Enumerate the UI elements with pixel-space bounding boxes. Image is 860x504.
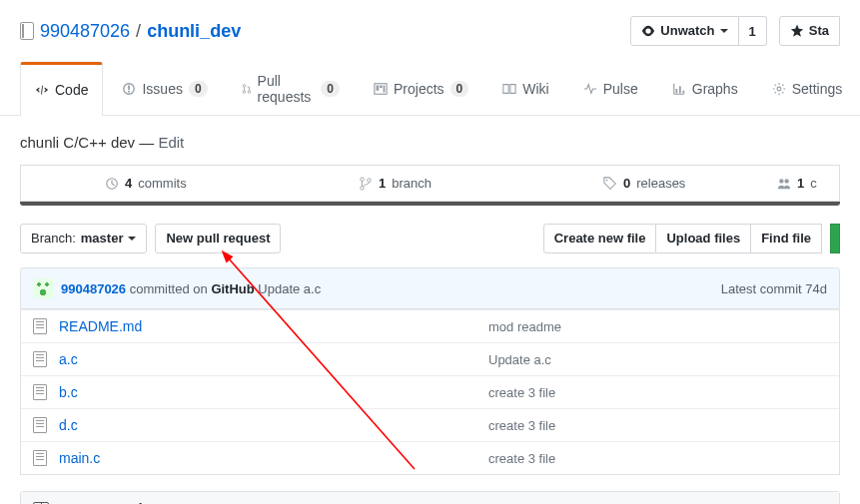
repo-tabs: Code Issues 0 Pull requests 0 Projects 0… <box>0 56 860 116</box>
breadcrumb: 990487026 / chunli_dev <box>20 21 241 42</box>
branches-label: branch <box>392 176 431 191</box>
svg-rect-8 <box>380 86 383 89</box>
svg-point-15 <box>361 177 365 181</box>
file-link[interactable]: b.c <box>59 384 78 400</box>
caret-icon <box>128 237 136 241</box>
file-row: a.c Update a.c <box>21 342 839 375</box>
tab-settings[interactable]: Settings <box>757 62 858 115</box>
svg-rect-1 <box>129 86 131 90</box>
tag-icon <box>603 177 617 191</box>
create-file-button[interactable]: Create new file <box>543 224 657 253</box>
svg-rect-2 <box>129 91 131 93</box>
file-commit-msg[interactable]: create 3 file <box>488 451 827 466</box>
unwatch-button[interactable]: Unwatch <box>630 16 738 46</box>
svg-point-17 <box>368 178 372 182</box>
pulse-icon <box>583 82 597 96</box>
file-icon <box>33 450 47 466</box>
star-icon <box>790 24 804 38</box>
pull-request-icon <box>242 82 252 96</box>
branch-select[interactable]: Branch: master <box>20 224 147 253</box>
svg-point-18 <box>606 179 608 181</box>
branch-select-value: master <box>81 229 124 249</box>
contributors-number: 1 <box>797 176 804 191</box>
tab-issues-label: Issues <box>142 81 182 97</box>
issue-icon <box>122 82 136 96</box>
projects-count: 0 <box>450 81 469 97</box>
latest-commit-meta[interactable]: Latest commit 74d <box>721 281 827 296</box>
stat-commits[interactable]: 4 commits <box>21 166 271 201</box>
new-pull-request-button[interactable]: New pull request <box>155 224 281 253</box>
svg-point-13 <box>777 87 781 91</box>
file-commit-msg[interactable]: mod readme <box>488 319 827 334</box>
tab-projects[interactable]: Projects 0 <box>359 62 483 115</box>
repo-icon <box>20 22 34 40</box>
file-row: b.c create 3 file <box>21 375 839 408</box>
star-label: Sta <box>809 21 829 41</box>
svg-point-20 <box>784 179 788 183</box>
stat-branches[interactable]: 1 branch <box>271 166 520 201</box>
lang-bar[interactable] <box>20 202 840 206</box>
svg-rect-12 <box>682 91 684 94</box>
tab-settings-label: Settings <box>792 81 843 97</box>
commit-author-link[interactable]: 990487026 <box>61 281 126 296</box>
file-link[interactable]: README.md <box>59 318 142 334</box>
tab-wiki[interactable]: Wiki <box>487 62 563 115</box>
branch-select-label: Branch: <box>31 229 76 249</box>
unwatch-label: Unwatch <box>660 21 714 41</box>
edit-description-link[interactable]: Edit <box>158 134 184 151</box>
repo-description: chunli C/C++ dev <box>20 134 135 151</box>
find-file-button[interactable]: Find file <box>751 224 822 253</box>
repo-stats: 4 commits 1 branch 0 releases 1 c <box>20 165 840 202</box>
graph-icon <box>672 82 686 96</box>
svg-point-3 <box>243 85 245 87</box>
issues-count: 0 <box>189 81 208 97</box>
file-row: README.md mod readme <box>21 309 839 342</box>
commit-where: GitHub <box>211 281 254 296</box>
svg-point-4 <box>243 91 245 93</box>
contributors-label: c <box>810 176 817 191</box>
new-pr-label: New pull request <box>166 229 270 249</box>
file-link[interactable]: d.c <box>59 417 78 433</box>
file-row: main.c create 3 file <box>21 441 839 474</box>
svg-point-5 <box>248 91 250 93</box>
file-commit-msg[interactable]: create 3 file <box>488 418 827 433</box>
svg-rect-11 <box>679 86 681 93</box>
commit-message-link[interactable]: Update a.c <box>258 281 321 296</box>
pulls-count: 0 <box>321 81 340 97</box>
tab-issues[interactable]: Issues 0 <box>107 62 222 115</box>
file-icon <box>33 351 47 367</box>
tab-code-label: Code <box>55 82 88 98</box>
gear-icon <box>772 82 786 96</box>
eye-icon <box>641 24 655 38</box>
tab-wiki-label: Wiki <box>522 81 548 97</box>
svg-point-16 <box>361 186 365 190</box>
tab-projects-label: Projects <box>394 81 444 97</box>
history-icon <box>105 177 119 191</box>
commit-mid-text: committed on <box>130 281 208 296</box>
svg-rect-9 <box>384 86 386 93</box>
file-commit-msg[interactable]: Update a.c <box>488 352 827 367</box>
file-link[interactable]: main.c <box>59 450 100 466</box>
avatar[interactable] <box>33 278 53 298</box>
clone-download-button[interactable] <box>830 224 840 253</box>
tab-code[interactable]: Code <box>20 62 103 116</box>
file-link[interactable]: a.c <box>59 351 78 367</box>
owner-link[interactable]: 990487026 <box>40 21 130 42</box>
tab-pulse[interactable]: Pulse <box>568 62 653 115</box>
svg-point-19 <box>779 179 783 183</box>
stat-contributors[interactable]: 1 c <box>769 166 839 201</box>
file-row: d.c create 3 file <box>21 408 839 441</box>
tab-graphs-label: Graphs <box>692 81 738 97</box>
tab-pulls[interactable]: Pull requests 0 <box>227 62 355 115</box>
watch-count[interactable]: 1 <box>739 16 767 46</box>
book-icon <box>502 82 516 96</box>
star-button[interactable]: Sta <box>779 16 840 46</box>
file-icon <box>33 384 47 400</box>
tab-graphs[interactable]: Graphs <box>657 62 753 115</box>
repo-link[interactable]: chunli_dev <box>147 21 241 41</box>
people-icon <box>777 177 791 191</box>
svg-rect-10 <box>675 89 677 93</box>
stat-releases[interactable]: 0 releases <box>519 166 769 201</box>
upload-files-button[interactable]: Upload files <box>656 224 751 253</box>
file-commit-msg[interactable]: create 3 file <box>488 385 827 400</box>
